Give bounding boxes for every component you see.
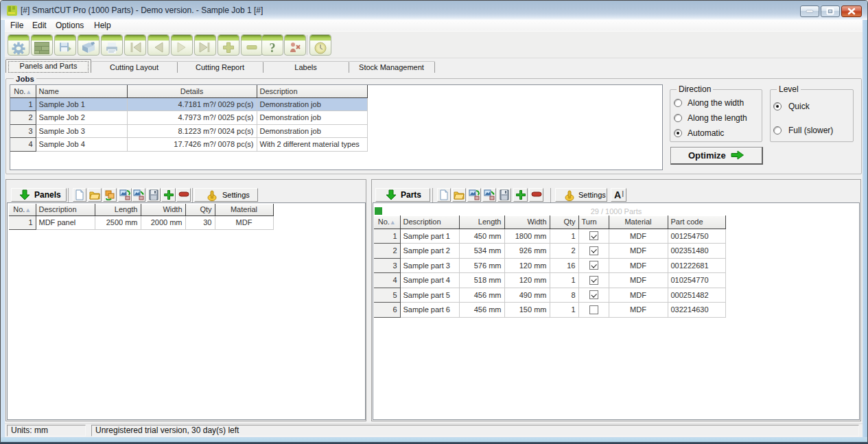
svg-text:?: ?: [270, 41, 276, 54]
